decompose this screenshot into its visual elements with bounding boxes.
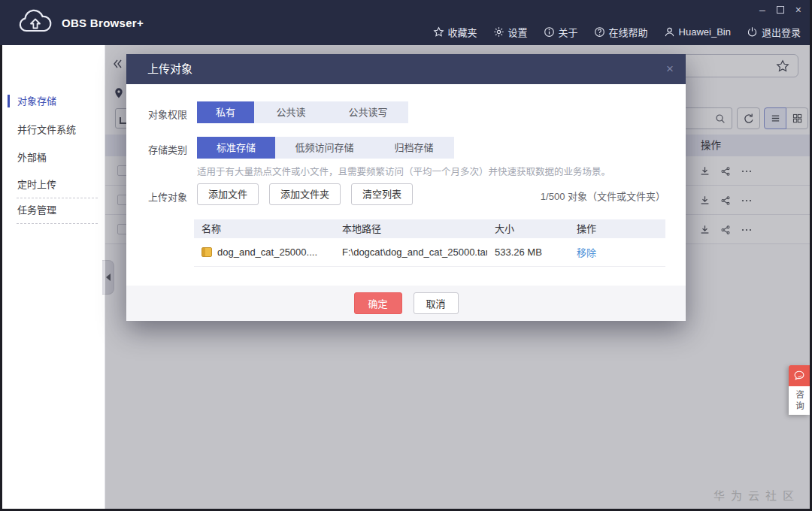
topbar-menu: 收藏夹 设置 关于 在线帮助 Huawei_Bin 退出登录	[428, 22, 806, 41]
menu-online-help[interactable]: 在线帮助	[589, 25, 653, 39]
menu-settings[interactable]: 设置	[488, 25, 533, 39]
file-path-cell: F:\dogcat\dog_and_cat_25000.tar....	[335, 246, 487, 258]
sidebar-item-label: 外部桶	[17, 152, 47, 163]
help-icon	[594, 26, 605, 38]
upload-object-dialog: 上传对象 × 对象权限 私有 公共读 公共读写 存储类别 标准存储 低频访问存储…	[126, 54, 686, 321]
menu-favorites-label: 收藏夹	[448, 25, 477, 39]
upload-table-row: dog_and_cat_25000.... F:\dogcat\dog_and_…	[194, 238, 665, 267]
menu-favorites[interactable]: 收藏夹	[428, 25, 483, 39]
storage-option-archive[interactable]: 归档存储	[374, 137, 454, 159]
info-icon	[544, 26, 555, 38]
add-folder-button[interactable]: 添加文件夹	[269, 183, 341, 205]
consult-label-area[interactable]: 咨询	[789, 386, 810, 415]
sidebar-item-label: 任务管理	[17, 204, 56, 216]
obs-browser-window: OBS Browser+ – × 收藏夹 设置 关于 在线帮助	[0, 0, 812, 511]
maximize-icon	[777, 6, 784, 14]
power-icon	[747, 26, 758, 38]
menu-account-label: Huawei_Bin	[679, 26, 731, 38]
consult-widget[interactable]: 咨询	[789, 365, 810, 415]
storage-class-label: 存储类别	[148, 142, 187, 156]
acl-option-private[interactable]: 私有	[197, 101, 254, 123]
storage-option-infrequent[interactable]: 低频访问存储	[275, 137, 374, 159]
sidebar-item-task-management[interactable]: 任务管理	[17, 203, 56, 218]
upload-file-table: 名称 本地路径 大小 操作 dog_and_cat_25000.... F:\d…	[194, 219, 665, 267]
sidebar-item-external-bucket[interactable]: 外部桶	[17, 150, 47, 165]
acl-option-public-read-write[interactable]: 公共读写	[328, 101, 408, 123]
confirm-button[interactable]: 确定	[354, 292, 402, 314]
col-header-operation: 操作	[569, 219, 658, 238]
star-icon	[433, 26, 444, 38]
col-header-size: 大小	[487, 219, 569, 238]
add-file-button[interactable]: 添加文件	[197, 183, 259, 205]
storage-class-description: 适用于有大量热点文件或小文件，且需要频繁访问（平均一个月多次）并快速获取数据的业…	[197, 164, 611, 178]
dialog-footer: 确定 取消	[126, 286, 686, 321]
storage-class-segmented-control: 标准存储 低频访问存储 归档存储	[197, 137, 454, 159]
acl-segmented-control: 私有 公共读 公共读写	[197, 101, 408, 123]
col-header-name: 名称	[194, 219, 335, 238]
cloud-upload-logo-icon	[17, 9, 54, 36]
menu-settings-label: 设置	[508, 25, 528, 39]
consult-label: 咨询	[793, 390, 805, 412]
app-title: OBS Browser+	[62, 17, 144, 29]
cancel-button[interactable]: 取消	[414, 292, 459, 314]
file-name: dog_and_cat_25000....	[217, 246, 317, 258]
dialog-title: 上传对象	[147, 54, 192, 84]
sidebar-item-scheduled-upload[interactable]: 定时上传	[17, 177, 56, 192]
active-indicator-bar	[8, 95, 10, 107]
upload-table-header: 名称 本地路径 大小 操作	[194, 219, 665, 238]
sidebar-divider	[17, 223, 98, 224]
menu-online-help-label: 在线帮助	[609, 25, 648, 39]
file-icon	[201, 247, 212, 257]
file-action-cell: 移除	[569, 245, 658, 259]
file-name-cell: dog_and_cat_25000....	[194, 246, 335, 258]
menu-account[interactable]: Huawei_Bin	[659, 26, 736, 38]
topbar: OBS Browser+ – × 收藏夹 设置 关于 在线帮助	[0, 0, 812, 45]
sidebar-item-label: 定时上传	[17, 179, 56, 190]
window-controls: – ×	[759, 4, 801, 16]
minimize-button[interactable]: –	[759, 4, 765, 16]
acl-option-public-read[interactable]: 公共读	[254, 101, 328, 123]
sidebar-item-label: 对象存储	[17, 95, 56, 107]
close-window-button[interactable]: ×	[795, 4, 801, 16]
sidebar-item-label: 并行文件系统	[17, 124, 76, 135]
upload-objects-label: 上传对象	[148, 189, 187, 204]
dialog-header: 上传对象 ×	[126, 54, 686, 84]
menu-logout-label: 退出登录	[762, 25, 801, 39]
sidebar-item-parallel-fs[interactable]: 并行文件系统	[17, 122, 76, 138]
acl-label: 对象权限	[148, 107, 187, 121]
col-header-local-path: 本地路径	[335, 219, 487, 238]
storage-option-standard[interactable]: 标准存储	[197, 137, 275, 159]
watermark: 华为云社区	[714, 487, 800, 503]
user-icon	[664, 26, 675, 38]
sidebar-item-object-storage[interactable]: 对象存储	[17, 94, 56, 109]
sidebar: 对象存储 并行文件系统 外部桶 定时上传 任务管理	[0, 45, 105, 511]
menu-about[interactable]: 关于	[538, 25, 583, 39]
maximize-button[interactable]	[777, 4, 784, 16]
window-frame-edge	[0, 45, 2, 511]
clear-list-button[interactable]: 清空列表	[351, 183, 413, 205]
menu-logout[interactable]: 退出登录	[741, 25, 806, 39]
sidebar-divider	[17, 198, 98, 198]
app-brand: OBS Browser+	[17, 0, 144, 45]
gear-icon	[493, 26, 504, 38]
remove-file-link[interactable]: 移除	[577, 247, 596, 259]
dialog-close-button[interactable]: ×	[666, 54, 674, 84]
menu-about-label: 关于	[559, 25, 578, 39]
consult-chat-icon[interactable]	[789, 365, 810, 386]
upload-buttons: 添加文件 添加文件夹 清空列表	[197, 183, 413, 205]
object-count-text: 1/500 对象（文件或文件夹）	[541, 189, 665, 203]
file-size-cell: 533.26 MB	[487, 246, 569, 258]
